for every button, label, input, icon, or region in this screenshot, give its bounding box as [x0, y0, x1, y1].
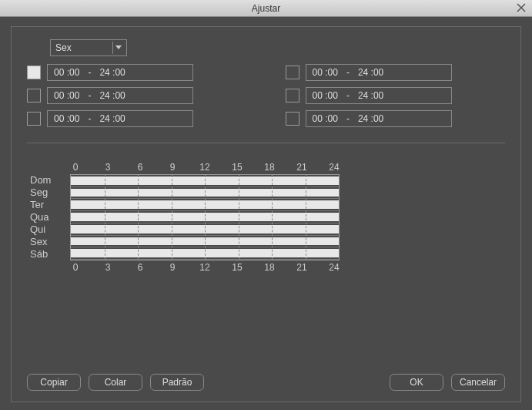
tick: 6 [135, 262, 146, 273]
period-checkbox-3[interactable] [27, 89, 41, 102]
day-label: Qua [30, 211, 64, 223]
content: Sex 00 :00 - 24 :00 [0, 17, 532, 410]
gridline [205, 175, 206, 260]
period-checkbox-2[interactable] [286, 66, 299, 79]
tick: 6 [135, 162, 146, 173]
period-row-2: 00 :00 - 24 :00 [286, 64, 506, 81]
chart-wrap: 0 3 6 9 12 15 18 21 24 [70, 162, 340, 274]
period-checkbox-6[interactable] [286, 112, 299, 126]
period-time-3[interactable]: 00 :00 - 24 :00 [47, 87, 193, 104]
gridline [239, 175, 239, 260]
schedule-chart: Dom Seg Ter Qua Qui Sex Sáb 0 3 6 9 12 [27, 162, 505, 274]
ticks-bottom: 0 3 6 9 12 15 18 21 24 [70, 262, 340, 273]
gridline [272, 175, 273, 260]
tick: 12 [199, 262, 210, 273]
tick: 9 [167, 162, 178, 173]
period-time-2[interactable]: 00 :00 - 24 :00 [306, 64, 452, 81]
gridline [172, 175, 172, 260]
period-end: 24 :00 [99, 67, 125, 78]
tick: 18 [264, 262, 275, 273]
period-end: 24 :00 [99, 90, 125, 101]
tick: 9 [167, 262, 178, 273]
day-label: Ter [30, 199, 64, 211]
tick: 21 [296, 262, 307, 273]
tick: 15 [232, 262, 243, 273]
period-start: 00 :00 [54, 113, 79, 124]
gridline [306, 175, 306, 260]
period-start: 00 :00 [313, 90, 338, 101]
copy-button[interactable]: Copiar [27, 374, 81, 391]
period-start: 00 :00 [313, 67, 338, 78]
ticks-top: 0 3 6 9 12 15 18 21 24 [70, 162, 340, 173]
gridline [105, 175, 105, 260]
period-time-5[interactable]: 00 :00 - 24 :00 [47, 110, 193, 127]
default-button[interactable]: Padrão [150, 374, 204, 391]
day-label: Dom [30, 174, 64, 187]
period-row-1: 00 :00 - 24 :00 [27, 64, 247, 81]
day-label: Qui [30, 223, 64, 236]
dash: - [338, 90, 358, 101]
period-start: 00 :00 [54, 67, 79, 78]
tick: 24 [329, 162, 340, 173]
chevron-down-icon [112, 42, 123, 54]
period-end: 24 :00 [358, 113, 383, 124]
tick: 21 [296, 162, 307, 173]
window: Ajustar Sex 00 :00 - 24 :00 [0, 0, 532, 410]
day-labels: Dom Seg Ter Qua Qui Sex Sáb [30, 162, 64, 274]
close-icon[interactable] [515, 2, 527, 14]
period-start: 00 :00 [54, 90, 79, 101]
dash: - [338, 67, 358, 78]
day-select-value: Sex [55, 42, 72, 53]
dash: - [79, 113, 99, 124]
day-label: Sex [30, 236, 64, 248]
dash: - [79, 67, 99, 78]
inner-panel: Sex 00 :00 - 24 :00 [11, 26, 521, 402]
day-label: Seg [30, 187, 64, 199]
schedule-grid [70, 174, 340, 260]
day-label: Sáb [30, 248, 64, 260]
footer: Copiar Colar Padrão OK Cancelar [27, 363, 505, 391]
paste-button[interactable]: Colar [89, 374, 142, 391]
tick: 15 [232, 162, 243, 173]
titlebar: Ajustar [0, 0, 532, 17]
period-row-6: 00 :00 - 24 :00 [286, 110, 506, 127]
period-row-4: 00 :00 - 24 :00 [286, 87, 506, 104]
period-row-5: 00 :00 - 24 :00 [27, 110, 247, 127]
tick: 12 [199, 162, 210, 173]
period-checkbox-5[interactable] [27, 112, 41, 126]
tick: 3 [102, 262, 113, 273]
tick: 3 [102, 162, 113, 173]
periods-grid: 00 :00 - 24 :00 00 :00 - 24 :00 [27, 64, 505, 127]
tick: 24 [329, 262, 340, 273]
period-end: 24 :00 [99, 113, 125, 124]
tick: 0 [70, 262, 81, 273]
day-select[interactable]: Sex [50, 39, 127, 56]
period-checkbox-1[interactable] [27, 66, 41, 79]
dash: - [338, 113, 358, 124]
tick: 18 [264, 162, 275, 173]
gridline [138, 175, 139, 260]
period-end: 24 :00 [358, 67, 383, 78]
cancel-button[interactable]: Cancelar [451, 374, 505, 391]
period-start: 00 :00 [313, 113, 338, 124]
tick: 0 [70, 162, 81, 173]
window-title: Ajustar [252, 3, 280, 14]
period-time-1[interactable]: 00 :00 - 24 :00 [47, 64, 193, 81]
period-time-4[interactable]: 00 :00 - 24 :00 [306, 87, 452, 104]
period-checkbox-4[interactable] [286, 89, 299, 102]
ok-button[interactable]: OK [390, 374, 443, 391]
divider [27, 143, 505, 143]
period-time-6[interactable]: 00 :00 - 24 :00 [306, 110, 452, 127]
dash: - [79, 90, 99, 101]
period-end: 24 :00 [358, 90, 383, 101]
period-row-3: 00 :00 - 24 :00 [27, 87, 247, 104]
